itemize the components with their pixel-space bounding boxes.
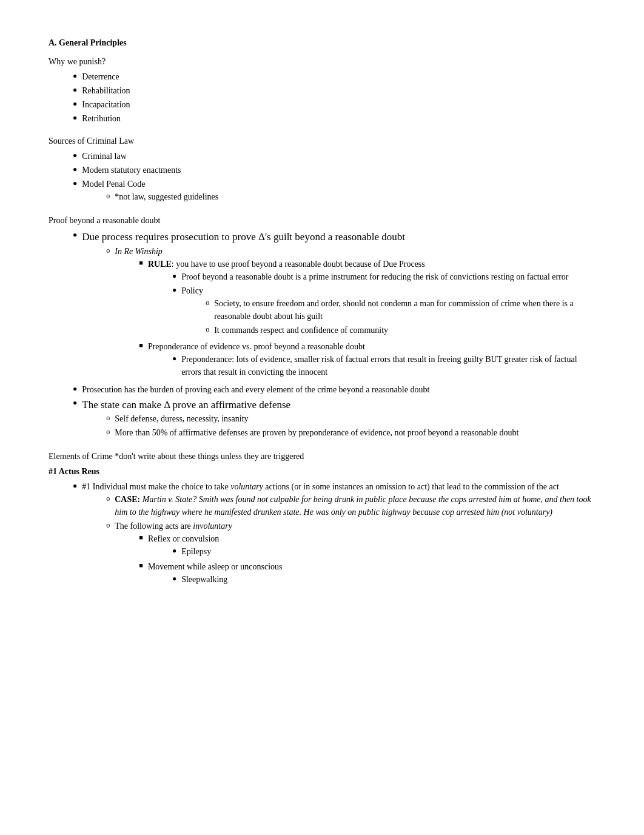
list-item: Model Penal Code *not law, suggested gui… <box>73 178 595 204</box>
list-item: Sleepwalking <box>172 573 595 586</box>
list-item: In Re Winship RULE: you have to use proo… <box>106 245 595 381</box>
actus-reus-heading: #1 Actus Reus <box>49 465 595 478</box>
section-a: A. General Principles Why we punish? Det… <box>49 36 595 589</box>
sources-label: Sources of Criminal Law <box>49 135 595 147</box>
proof-block: Proof beyond a reasonable doubt Due proc… <box>49 214 595 440</box>
list-item-prosecution: Prosecution has the burden of proving ea… <box>73 383 595 396</box>
in-re-winship: In Re Winship <box>115 247 163 256</box>
list-item-due-process: Due process requires prosecution to prov… <box>73 229 595 382</box>
list-item-actus: #1 Individual must make the choice to ta… <box>73 480 595 589</box>
list-item: More than 50% of affirmative defenses ar… <box>106 426 595 439</box>
list-item-state: The state can make Δ prove an affirmativ… <box>73 397 595 441</box>
voluntary-text: voluntary <box>230 482 263 491</box>
case-bold: CASE: <box>115 495 140 504</box>
list-item: Rehabilitation <box>73 84 595 97</box>
list-item: Preponderance: lots of evidence, smaller… <box>172 353 595 378</box>
rule-rest: : you have to use proof beyond a reasona… <box>172 260 425 269</box>
why-punish-label: Why we punish? <box>49 55 595 68</box>
list-item: Epilepsy <box>172 545 595 558</box>
sources-list: Criminal law Modern statutory enactments… <box>49 150 595 204</box>
list-item: RULE: you have to use proof beyond a rea… <box>139 258 595 339</box>
policy-sub: Society, to ensure freedom and order, sh… <box>181 297 595 337</box>
elements-block: Elements of Crime *don't write about the… <box>49 450 595 589</box>
list-item: Modern statutory enactments <box>73 164 595 176</box>
proof-list: Due process requires prosecution to prov… <box>49 229 595 440</box>
list-item: *not law, suggested guidelines <box>106 190 595 203</box>
list-item: Preponderance of evidence vs. proof beyo… <box>139 340 595 380</box>
list-item: Policy Society, to ensure freedom and or… <box>172 284 595 338</box>
sources-block: Sources of Criminal Law Criminal law Mod… <box>49 135 595 204</box>
list-item: Deterrence <box>73 70 595 83</box>
winship-sub: RULE: you have to use proof beyond a rea… <box>115 258 595 380</box>
rule-sub: Proof beyond a reasonable doubt is a pri… <box>148 270 595 338</box>
list-item: Retribution <box>73 112 595 125</box>
list-item-case: CASE: Martin v. State? Smith was found n… <box>106 493 595 518</box>
list-item: Criminal law <box>73 150 595 163</box>
sleep-sub: Sleepwalking <box>148 573 595 586</box>
actus-sub: CASE: Martin v. State? Smith was found n… <box>82 493 595 588</box>
reflex-sub: Epilepsy <box>148 545 595 558</box>
list-item: It commands respect and confidence of co… <box>206 324 595 337</box>
due-process-text: Due process requires prosecution to prov… <box>82 231 405 243</box>
list-item: Self defense, duress, necessity, insanit… <box>106 412 595 425</box>
preponderance-sub: Preponderance: lots of evidence, smaller… <box>148 353 595 378</box>
actus-reus-list: #1 Individual must make the choice to ta… <box>49 480 595 589</box>
list-item: Proof beyond a reasonable doubt is a pri… <box>172 270 595 283</box>
list-item: Reflex or convulsion Epilepsy <box>139 532 595 559</box>
case-name: Martin v. State <box>143 495 193 504</box>
elements-label: Elements of Crime *don't write about the… <box>49 450 595 463</box>
state-sub: Self defense, duress, necessity, insanit… <box>82 412 595 439</box>
model-penal-sub-list: *not law, suggested guidelines <box>82 190 595 203</box>
why-punish-block: Why we punish? Deterrence Rehabilitation… <box>49 55 595 125</box>
section-a-heading: A. General Principles <box>49 36 595 49</box>
proof-label: Proof beyond a reasonable doubt <box>49 214 595 227</box>
state-text: The state can make Δ prove an affirmativ… <box>82 399 290 411</box>
due-process-sub: In Re Winship RULE: you have to use proo… <box>82 245 595 381</box>
involuntary-text: involuntary <box>193 521 232 531</box>
why-punish-list: Deterrence Rehabilitation Incapacitation… <box>49 70 595 125</box>
list-item: Society, to ensure freedom and order, sh… <box>206 297 595 323</box>
list-item-involuntary: The following acts are involuntary Refle… <box>106 520 595 588</box>
rule-bold: RULE <box>148 260 172 269</box>
involuntary-sub: Reflex or convulsion Epilepsy <box>115 532 595 587</box>
main-content: A. General Principles Why we punish? Det… <box>49 36 595 589</box>
list-item: Incapacitation <box>73 98 595 111</box>
list-item: Movement while asleep or unconscious Sle… <box>139 560 595 587</box>
